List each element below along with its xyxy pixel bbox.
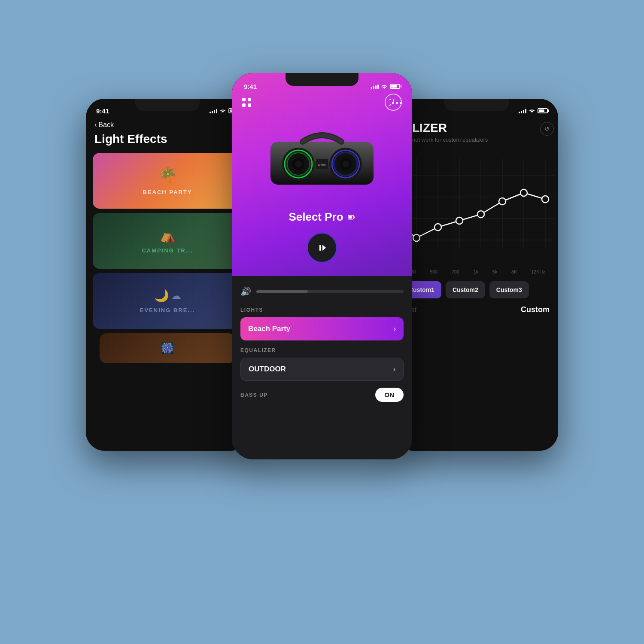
center-wifi-icon <box>381 84 388 89</box>
svg-point-8 <box>295 161 302 167</box>
volume-row: 🔊 <box>240 286 404 297</box>
grid-icon[interactable] <box>242 98 252 107</box>
play-pause-icon <box>317 243 327 253</box>
camping-label: CAMPING TR... <box>142 247 193 254</box>
speaker-svg: anker <box>262 120 382 197</box>
evening-label: EVENING BRE... <box>140 307 195 313</box>
battery-charging-indicator: ⚡ <box>348 214 355 220</box>
reset-icon-button[interactable]: ↺ <box>540 122 554 136</box>
svg-point-41 <box>542 196 549 203</box>
beach-party-card[interactable]: 🌴 BEACH PARTY <box>93 153 242 209</box>
evening-breeze-card[interactable]: 🌙 ☁ EVENING BRE... <box>93 273 242 329</box>
device-name-row: Select Pro ⚡ <box>232 210 412 224</box>
svg-text:⚡: ⚡ <box>352 216 355 219</box>
camping-trip-card[interactable]: ⛺ CAMPING TR... <box>93 213 242 269</box>
eq-title: LIZER <box>404 121 550 137</box>
equalizer-section-label: EQUALIZER <box>240 347 404 353</box>
svg-text:anker: anker <box>318 163 326 166</box>
bass-up-row: BASS UP ON <box>240 388 404 402</box>
fourth-icon: 🎆 <box>161 342 174 354</box>
beach-icon: 🌴 <box>158 167 177 185</box>
eq-labels: 300 500 700 1k 5k 8K 12KHz <box>399 269 554 274</box>
speaker-image: anker <box>232 116 412 202</box>
light-effects-list: 🌴 BEACH PARTY ⛺ CAMPING TR... 🌙 ☁ EVENIN… <box>86 153 249 363</box>
presets-row: Custom1 Custom2 Custom3 <box>395 274 558 298</box>
lights-selector[interactable]: Beach Party › <box>240 317 404 340</box>
left-header: ‹ Back Light Effects <box>86 118 249 153</box>
svg-point-36 <box>434 224 441 231</box>
center-phone-content: 9:41 <box>232 73 412 459</box>
power-button[interactable] <box>385 94 402 111</box>
svg-point-15 <box>342 161 349 167</box>
left-phone-content: 9:41 <box>86 99 249 451</box>
center-battery-icon <box>390 84 400 89</box>
signal-icon <box>210 108 217 113</box>
svg-point-35 <box>413 234 420 241</box>
volume-bar[interactable] <box>256 290 404 293</box>
eq-chart: 300 500 700 1k 5k 8K 12KHz <box>395 154 558 274</box>
eq-label-700: 700 <box>452 269 459 274</box>
center-status-icons <box>371 84 400 89</box>
eq-chart-svg[interactable] <box>399 154 554 266</box>
light-effects-title: Light Effects <box>94 132 240 146</box>
volume-fill <box>256 290 308 293</box>
right-wifi-icon <box>529 108 535 113</box>
play-pause-button[interactable] <box>307 232 337 263</box>
fourth-card[interactable]: 🎆 <box>100 333 235 363</box>
center-signal-icon <box>371 84 379 89</box>
equalizer-value: OUTDOOR <box>249 365 286 374</box>
svg-point-38 <box>477 211 484 218</box>
lights-value: Beach Party <box>248 325 290 333</box>
device-name: Select Pro <box>289 210 343 224</box>
equalizer-selector[interactable]: OUTDOOR › <box>240 358 404 381</box>
right-signal-icon <box>519 108 526 113</box>
svg-point-40 <box>520 189 527 196</box>
center-bottom-controls: 🔊 LIGHTS Beach Party › EQUALIZER OUTDOOR… <box>232 276 412 412</box>
eq-label-8k: 8K <box>511 269 517 274</box>
volume-icon: 🔊 <box>240 286 251 297</box>
eq-label-12k: 12KHz <box>531 269 545 274</box>
eq-label-5k: 5k <box>492 269 498 274</box>
phones-container: 9:41 <box>86 64 558 580</box>
eq-subtitle: not work for custom equalizers <box>404 137 550 150</box>
custom-label: Custom <box>521 305 550 314</box>
back-button[interactable]: ‹ Back <box>94 121 240 129</box>
right-status-icons <box>519 108 548 113</box>
eq-label-1k: 1k <box>474 269 479 274</box>
custom2-preset-button[interactable]: Custom2 <box>446 281 485 298</box>
chevron-left-icon: ‹ <box>94 121 97 129</box>
wifi-icon <box>219 108 226 113</box>
svg-rect-22 <box>319 245 321 251</box>
back-label: Back <box>98 121 114 129</box>
svg-point-39 <box>499 198 506 205</box>
power-icon <box>389 98 397 106</box>
lights-chevron-icon: › <box>394 325 396 333</box>
center-time: 9:41 <box>244 83 257 90</box>
right-phone-content: LIZER not work for custom equalizers ↺ <box>395 99 558 451</box>
lights-section-label: LIGHTS <box>240 307 404 313</box>
svg-rect-19 <box>348 216 352 219</box>
center-status-bar: 9:41 <box>232 73 412 94</box>
eq-bottom-row: eset Custom <box>395 298 558 321</box>
beach-party-label: BEACH PARTY <box>143 189 192 195</box>
camping-icon: ⛺ <box>160 228 176 243</box>
phone-left: 9:41 <box>86 99 249 451</box>
svg-point-37 <box>456 217 463 224</box>
evening-icons: 🌙 ☁ <box>154 289 181 303</box>
right-battery-icon <box>538 108 548 113</box>
equalizer-chevron-icon: › <box>393 365 395 373</box>
eq-label-500: 500 <box>430 269 437 274</box>
bass-up-toggle[interactable]: ON <box>375 388 404 402</box>
battery-bolt-icon: ⚡ <box>348 214 355 220</box>
bass-up-label: BASS UP <box>240 392 268 398</box>
left-time: 9:41 <box>96 107 109 115</box>
phone-right: LIZER not work for custom equalizers ↺ <box>395 99 558 451</box>
custom3-preset-button[interactable]: Custom3 <box>489 281 529 298</box>
phone-center: 9:41 <box>232 73 412 459</box>
